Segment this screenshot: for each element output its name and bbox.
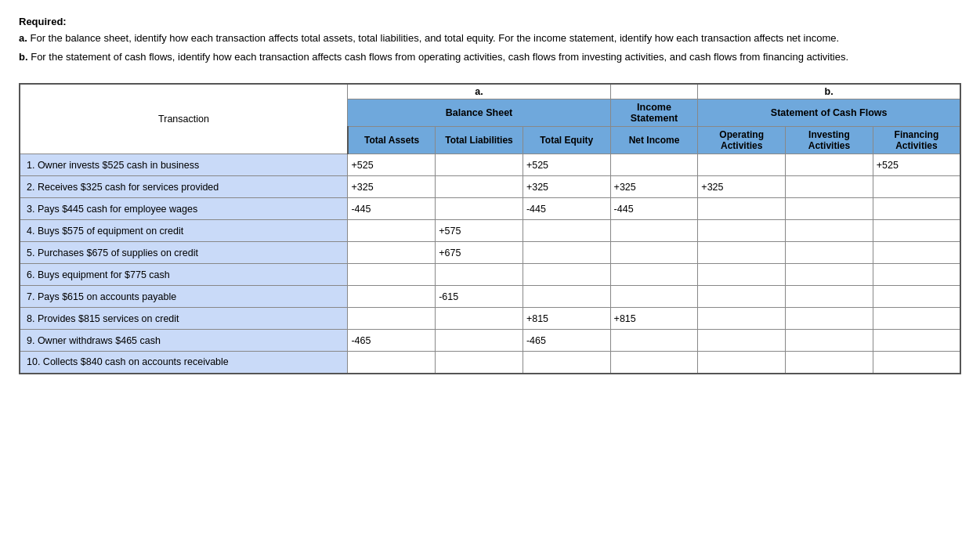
total-assets-val[interactable]: [348, 308, 436, 330]
investing-val[interactable]: [786, 242, 873, 264]
investing-val[interactable]: [786, 330, 873, 352]
operating-val[interactable]: [698, 352, 786, 374]
total-liabilities-val[interactable]: -615: [436, 286, 523, 308]
balance-sheet-header: Balance Sheet: [348, 99, 610, 127]
financing-val[interactable]: [873, 176, 960, 198]
total-assets-val[interactable]: +525: [348, 154, 436, 176]
operating-val[interactable]: [698, 286, 786, 308]
transaction-desc[interactable]: 1. Owner invests $525 cash in business: [20, 154, 348, 176]
total-equity-val[interactable]: -465: [523, 330, 610, 352]
net-income-val[interactable]: [610, 154, 698, 176]
net-income-val[interactable]: [610, 220, 698, 242]
statement-cash-flows-header: Statement of Cash Flows: [698, 99, 960, 127]
total-liabilities-val[interactable]: [436, 330, 523, 352]
transaction-desc[interactable]: 5. Purchases $675 of supplies on credit: [20, 242, 348, 264]
total-liabilities-val[interactable]: [436, 264, 523, 286]
transaction-desc[interactable]: 3. Pays $445 cash for employee wages: [20, 198, 348, 220]
investing-header: Investing Activities: [786, 127, 873, 154]
financing-val[interactable]: [873, 264, 960, 286]
total-assets-val[interactable]: -445: [348, 198, 436, 220]
operating-val[interactable]: +325: [698, 176, 786, 198]
total-equity-label: Total Equity: [540, 135, 593, 146]
financing-label: Financing Activities: [895, 129, 939, 151]
required-title: Required:: [19, 16, 961, 27]
financing-val[interactable]: [873, 198, 960, 220]
total-equity-val[interactable]: -445: [523, 198, 610, 220]
total-liabilities-val[interactable]: [436, 198, 523, 220]
total-equity-val[interactable]: [523, 286, 610, 308]
operating-val[interactable]: [698, 198, 786, 220]
financing-val[interactable]: +525: [873, 154, 960, 176]
operating-val[interactable]: [698, 264, 786, 286]
header-row-ab: Transaction a. b.: [20, 84, 960, 99]
total-assets-val[interactable]: [348, 352, 436, 374]
total-equity-val[interactable]: [523, 264, 610, 286]
net-income-val[interactable]: [610, 330, 698, 352]
transaction-desc[interactable]: 8. Provides $815 services on credit: [20, 308, 348, 330]
net-income-val[interactable]: +815: [610, 308, 698, 330]
total-assets-label: Total Assets: [364, 135, 419, 146]
operating-val[interactable]: [698, 308, 786, 330]
net-income-val[interactable]: [610, 242, 698, 264]
total-equity-val[interactable]: [523, 220, 610, 242]
total-liabilities-val[interactable]: +675: [436, 242, 523, 264]
operating-val[interactable]: [698, 220, 786, 242]
transaction-header: Transaction: [20, 84, 348, 154]
main-table: Transaction a. b. Balance Sheet Income S…: [19, 83, 961, 374]
net-income-val[interactable]: [610, 264, 698, 286]
transaction-desc[interactable]: 2. Receives $325 cash for services provi…: [20, 176, 348, 198]
total-equity-val[interactable]: [523, 242, 610, 264]
transaction-desc[interactable]: 9. Owner withdraws $465 cash: [20, 330, 348, 352]
operating-val[interactable]: [698, 242, 786, 264]
investing-val[interactable]: [786, 352, 873, 374]
income-statement-spacer: [610, 84, 698, 99]
net-income-val[interactable]: [610, 352, 698, 374]
table-row: 10. Collects $840 cash on accounts recei…: [20, 352, 960, 374]
investing-val[interactable]: [786, 286, 873, 308]
table-row: 3. Pays $445 cash for employee wages -44…: [20, 198, 960, 220]
total-liabilities-val[interactable]: [436, 176, 523, 198]
total-liabilities-val[interactable]: [436, 308, 523, 330]
total-equity-val[interactable]: +815: [523, 308, 610, 330]
operating-val[interactable]: [698, 330, 786, 352]
total-assets-val[interactable]: [348, 242, 436, 264]
total-assets-val[interactable]: -465: [348, 330, 436, 352]
total-equity-val[interactable]: +525: [523, 154, 610, 176]
transaction-desc[interactable]: 6. Buys equipment for $775 cash: [20, 264, 348, 286]
section-b-label: b.: [698, 84, 960, 99]
total-assets-val[interactable]: [348, 286, 436, 308]
transaction-desc[interactable]: 4. Buys $575 of equipment on credit: [20, 220, 348, 242]
total-liabilities-label: Total Liabilities: [445, 135, 512, 146]
total-assets-val[interactable]: +325: [348, 176, 436, 198]
operating-val[interactable]: [698, 154, 786, 176]
total-liabilities-val[interactable]: +575: [436, 220, 523, 242]
investing-val[interactable]: [786, 220, 873, 242]
part-a-content: For the balance sheet, identify how each…: [30, 32, 839, 44]
total-equity-val[interactable]: +325: [523, 176, 610, 198]
financing-val[interactable]: [873, 220, 960, 242]
transaction-desc[interactable]: 10. Collects $840 cash on accounts recei…: [20, 352, 348, 374]
financing-val[interactable]: [873, 352, 960, 374]
financing-val[interactable]: [873, 242, 960, 264]
total-assets-val[interactable]: [348, 264, 436, 286]
total-assets-val[interactable]: [348, 220, 436, 242]
part-a-text: a. For the balance sheet, identify how e…: [19, 31, 961, 46]
investing-val[interactable]: [786, 176, 873, 198]
net-income-val[interactable]: -445: [610, 198, 698, 220]
investing-val[interactable]: [786, 308, 873, 330]
investing-val[interactable]: [786, 154, 873, 176]
investing-val[interactable]: [786, 198, 873, 220]
table-row: 9. Owner withdraws $465 cash -465 -465: [20, 330, 960, 352]
total-liabilities-val[interactable]: [436, 352, 523, 374]
net-income-val[interactable]: [610, 286, 698, 308]
financing-val[interactable]: [873, 330, 960, 352]
total-equity-val[interactable]: [523, 352, 610, 374]
financing-val[interactable]: [873, 308, 960, 330]
total-liabilities-val[interactable]: [436, 154, 523, 176]
income-statement-header: Income Statement: [610, 99, 698, 127]
investing-val[interactable]: [786, 264, 873, 286]
net-income-val[interactable]: +325: [610, 176, 698, 198]
financing-val[interactable]: [873, 286, 960, 308]
table-row: 7. Pays $615 on accounts payable -615: [20, 286, 960, 308]
transaction-desc[interactable]: 7. Pays $615 on accounts payable: [20, 286, 348, 308]
